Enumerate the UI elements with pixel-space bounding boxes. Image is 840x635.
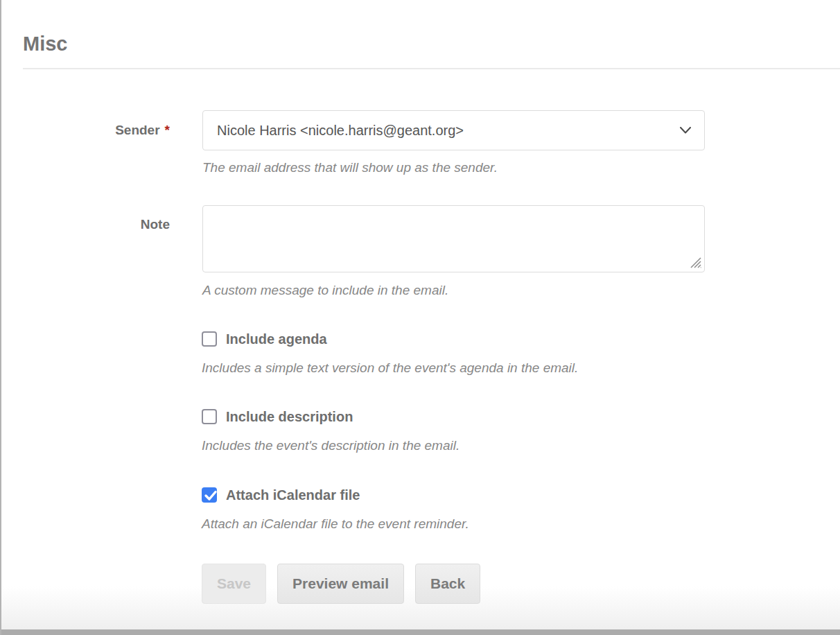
panel-bottom-bar — [0, 629, 840, 635]
preview-email-button[interactable]: Preview email — [277, 564, 404, 604]
sender-select[interactable]: Nicole Harris <nicole.harris@geant.org> — [202, 110, 705, 150]
sender-row: Sender* Nicole Harris <nicole.harris@gea… — [0, 110, 840, 150]
required-asterisk: * — [165, 123, 170, 137]
include-description-checkbox[interactable] — [202, 409, 217, 424]
sender-label-text: Sender — [115, 123, 159, 137]
checkbox-attach-icalendar[interactable]: Attach iCalendar file — [202, 487, 840, 503]
attach-icalendar-checkbox[interactable] — [202, 487, 217, 503]
sender-label: Sender* — [0, 123, 170, 138]
section-divider — [23, 68, 840, 69]
checkbox-label: Include agenda — [226, 331, 327, 347]
checkbox-include-description[interactable]: Include description — [202, 409, 840, 424]
attach-icalendar-help: Attach an iCalendar file to the event re… — [202, 516, 840, 532]
include-description-help: Includes the event's description in the … — [202, 437, 840, 453]
misc-form-panel: Misc Sender* Nicole Harris <nicole.harri… — [0, 32, 840, 604]
note-textarea[interactable] — [202, 205, 705, 272]
checkbox-group: Include agenda Includes a simple text ve… — [202, 331, 840, 532]
button-row: Save Preview email Back — [202, 564, 840, 604]
panel-left-border — [0, 0, 1, 635]
note-help-text: A custom message to include in the email… — [202, 282, 840, 298]
back-button[interactable]: Back — [415, 564, 480, 604]
note-row: Note — [0, 205, 840, 272]
check-icon — [204, 490, 218, 501]
note-label: Note — [0, 205, 170, 232]
checkbox-label: Attach iCalendar file — [226, 487, 360, 503]
section-title: Misc — [23, 32, 840, 55]
include-agenda-checkbox[interactable] — [202, 331, 217, 347]
checkbox-label: Include description — [226, 409, 353, 424]
sender-help-text: The email address that will show up as t… — [202, 159, 840, 175]
include-agenda-help: Includes a simple text version of the ev… — [202, 360, 840, 376]
checkbox-include-agenda[interactable]: Include agenda — [202, 331, 840, 347]
save-button[interactable]: Save — [202, 564, 266, 604]
